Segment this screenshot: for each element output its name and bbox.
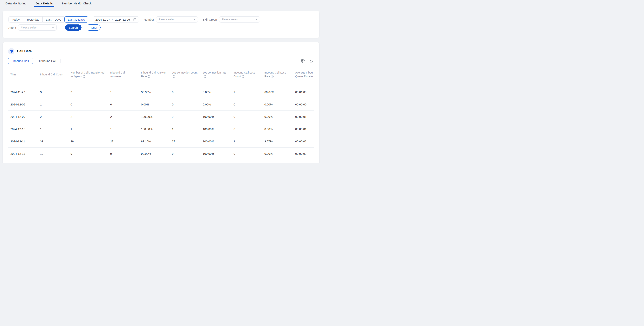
- table-row: 2024-12-13109990.00%9100.00%00.00%00:00:…: [8, 148, 314, 160]
- column-header-20s-connection-count: 20s connection count: [170, 69, 200, 86]
- tab-outbound-call[interactable]: Outbound Call: [33, 58, 60, 64]
- column-label: Average Inbound Queue Duration: [295, 71, 314, 78]
- table-cell-inbound-call-answer-rate: 0.00%: [139, 98, 170, 111]
- info-icon[interactable]: [271, 75, 274, 78]
- skill-group-filter-label: Skill Group: [203, 18, 217, 21]
- column-label: Number of Calls Transferred to Agents: [70, 71, 104, 78]
- table-row: 2024-12-09222100.00%2100.00%00.00%00:00:…: [8, 111, 314, 123]
- table-cell-20s-connection-rate: 0.00%: [200, 98, 231, 111]
- info-icon[interactable]: [173, 75, 175, 78]
- call-data-table: TimeInbound Call CountNumber of Calls Tr…: [8, 69, 314, 160]
- column-header-inbound-call-answered: Inbound Call Answered: [108, 69, 139, 86]
- table-cell-inbound-call-answer-rate: 90.00%: [139, 148, 170, 160]
- table-cell-inbound-call-loss-rate: 3.57%: [262, 135, 293, 148]
- table-cell-20s-connection-count: 9: [170, 148, 200, 160]
- column-label: Inbound Call Count: [40, 73, 63, 76]
- table-cell-inbound-call-answer-rate: 33.33%: [139, 86, 170, 98]
- call-data-tabs-row: Inbound CallOutbound Call: [8, 58, 314, 64]
- info-icon[interactable]: [242, 75, 244, 78]
- agent-select[interactable]: Please select: [18, 24, 57, 31]
- column-header-20s-connection-rate: 20s connection rate: [200, 69, 231, 86]
- call-data-header: Call Data: [8, 48, 314, 54]
- column-label: Inbound Call Loss Rate: [264, 71, 286, 78]
- agent-filter-label: Agent: [8, 26, 16, 29]
- table-cell-20s-connection-count: 2: [170, 111, 200, 123]
- table-cell-inbound-call-loss-rate: 0.00%: [262, 111, 293, 123]
- table-cell-inbound-call-count: 10: [38, 148, 68, 160]
- gear-icon[interactable]: [301, 59, 305, 63]
- number-filter-label: Number: [144, 18, 154, 21]
- table-cell-inbound-call-loss-rate: 0.00%: [262, 123, 293, 135]
- table-cell-20s-connection-rate: 100.00%: [200, 148, 231, 160]
- chevron-down-icon: [255, 18, 258, 20]
- table-row: 2024-12-1131282787.10%27100.00%13.57%00:…: [8, 135, 314, 148]
- table-cell-inbound-call-count: 1: [38, 123, 68, 135]
- range-button-yesterday[interactable]: Yesterday: [23, 16, 42, 22]
- column-header-inbound-call-answer-rate: Inbound Call Answer Rate: [139, 69, 170, 86]
- nav-tab-data-details[interactable]: Data Details: [35, 0, 54, 7]
- table-cell-inbound-call-loss-count: 0: [231, 123, 262, 135]
- skill-group-select[interactable]: Please select: [219, 16, 260, 22]
- info-icon[interactable]: [204, 75, 206, 78]
- table-row: 2024-11-2733133.33%00.00%266.67%00:01:08: [8, 86, 314, 98]
- table-cell-average-inbound-queue-duration: 00:00:01: [293, 111, 314, 123]
- table-cell-20s-connection-rate: 100.00%: [200, 123, 231, 135]
- table-cell-number-of-calls-transferred-to-agents: 2: [68, 111, 108, 123]
- top-nav-tabs: Data MonitoringData DetailsNumber Health…: [0, 0, 322, 7]
- number-select[interactable]: Please select: [156, 16, 198, 22]
- table-cell-20s-connection-count: 0: [170, 98, 200, 111]
- table-row: 2024-12-051000.00%00.00%00.00%00:00:00: [8, 98, 314, 111]
- table-cell-time: 2024-12-11: [8, 135, 38, 148]
- table-cell-inbound-call-loss-count: 2: [231, 86, 262, 98]
- download-icon[interactable]: [309, 59, 313, 63]
- range-button-today[interactable]: Today: [8, 16, 23, 22]
- table-cell-20s-connection-rate: 100.00%: [200, 111, 231, 123]
- table-cell-average-inbound-queue-duration: 00:01:08: [293, 86, 314, 98]
- table-cell-average-inbound-queue-duration: 00:00:02: [293, 148, 314, 160]
- section-title: Call Data: [17, 49, 32, 53]
- filter-panel: TodayYesterdayLast 7 DaysLast 30 Days 20…: [3, 11, 319, 38]
- table-cell-time: 2024-12-13: [8, 148, 38, 160]
- range-button-last-30-days[interactable]: Last 30 Days: [64, 16, 88, 22]
- table-cell-number-of-calls-transferred-to-agents: 1: [68, 123, 108, 135]
- column-header-time: Time: [8, 69, 38, 86]
- chevron-down-icon: [52, 26, 54, 29]
- date-start-value[interactable]: 2024-11-27: [96, 18, 110, 21]
- table-cell-20s-connection-count: 27: [170, 135, 200, 148]
- column-header-inbound-call-count: Inbound Call Count: [38, 69, 68, 86]
- table-cell-inbound-call-answered: 1: [108, 86, 139, 98]
- calendar-icon[interactable]: [133, 18, 136, 21]
- column-header-number-of-calls-transferred-to-agents: Number of Calls Transferred to Agents: [68, 69, 108, 86]
- table-cell-number-of-calls-transferred-to-agents: 9: [68, 148, 108, 160]
- search-button[interactable]: Search: [65, 24, 82, 31]
- tab-inbound-call[interactable]: Inbound Call: [8, 58, 33, 64]
- chart-trend-icon: [8, 48, 14, 54]
- table-cell-inbound-call-loss-count: 0: [231, 111, 262, 123]
- skill-group-select-placeholder: Please select: [222, 18, 238, 21]
- date-range-picker[interactable]: 2024-11-27 ~ 2024-12-26: [93, 16, 139, 22]
- nav-tab-data-monitoring[interactable]: Data Monitoring: [4, 0, 27, 7]
- filter-row-1: TodayYesterdayLast 7 DaysLast 30 Days 20…: [8, 16, 314, 22]
- table-cell-inbound-call-loss-count: 0: [231, 98, 262, 111]
- table-row: 2024-12-10111100.00%1100.00%00.00%00:00:…: [8, 123, 314, 135]
- date-range-separator: ~: [112, 18, 114, 21]
- date-end-value[interactable]: 2024-12-26: [115, 18, 130, 21]
- range-button-last-7-days[interactable]: Last 7 Days: [42, 16, 64, 22]
- nav-tab-number-health-check[interactable]: Number Health Check: [61, 0, 92, 7]
- table-header-row: TimeInbound Call CountNumber of Calls Tr…: [8, 69, 314, 86]
- reset-button[interactable]: Reset: [86, 24, 100, 31]
- table-cell-inbound-call-count: 3: [38, 86, 68, 98]
- info-icon[interactable]: [83, 75, 85, 78]
- table-cell-inbound-call-count: 31: [38, 135, 68, 148]
- column-label: Inbound Call Answered: [110, 71, 126, 78]
- agent-select-placeholder: Please select: [20, 26, 37, 29]
- column-label: Inbound Call Answer Rate: [141, 71, 166, 78]
- table-cell-20s-connection-count: 1: [170, 123, 200, 135]
- table-cell-number-of-calls-transferred-to-agents: 3: [68, 86, 108, 98]
- table-cell-inbound-call-loss-rate: 66.67%: [262, 86, 293, 98]
- table-cell-inbound-call-loss-rate: 0.00%: [262, 98, 293, 111]
- table-cell-number-of-calls-transferred-to-agents: 28: [68, 135, 108, 148]
- column-header-inbound-call-loss-rate: Inbound Call Loss Rate: [262, 69, 293, 86]
- table-cell-average-inbound-queue-duration: 00:00:02: [293, 135, 314, 148]
- info-icon[interactable]: [148, 75, 150, 78]
